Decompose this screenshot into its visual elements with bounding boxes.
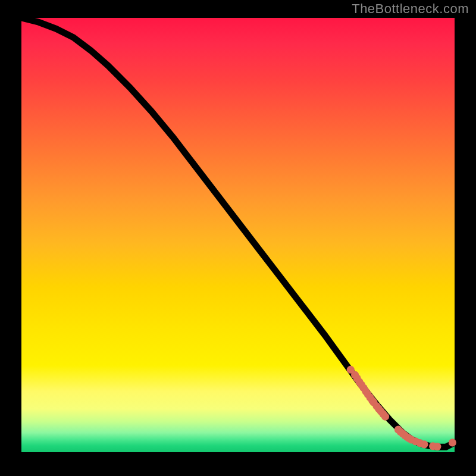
data-point [420, 440, 428, 448]
data-point [449, 439, 456, 446]
bottleneck-curve [21, 18, 455, 447]
scatter-points [347, 366, 456, 450]
data-point [381, 413, 389, 421]
plot-area [21, 18, 455, 452]
data-point [433, 443, 441, 450]
chart-frame: TheBottleneck.com [0, 0, 476, 476]
watermark-text: TheBottleneck.com [352, 1, 469, 17]
curve-svg [21, 18, 455, 452]
